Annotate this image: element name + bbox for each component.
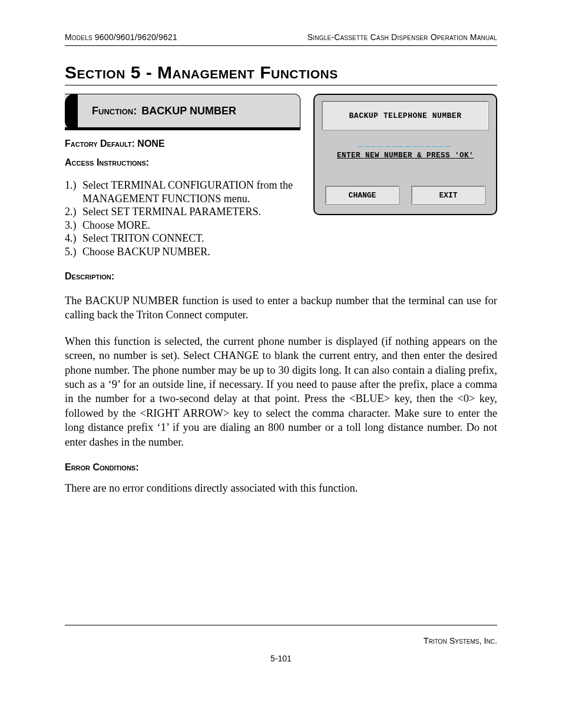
section-title: Section 5 - Management Functions xyxy=(65,62,497,85)
description-paragraph-1: The BACKUP NUMBER function is used to en… xyxy=(65,294,497,322)
factory-default-value: NONE xyxy=(137,139,164,149)
running-head: Models 9600/9601/9620/9621 Single-Casset… xyxy=(65,32,497,46)
description-paragraph-2: When this function is selected, the curr… xyxy=(65,334,497,449)
running-head-left: Models 9600/9601/9620/9621 xyxy=(65,32,177,42)
screen-input-line[interactable]: ______________ xyxy=(322,139,489,148)
function-prefix: Function: xyxy=(92,105,137,117)
access-steps: 1.)Select TERMINAL CONFIGURATION from th… xyxy=(65,179,300,258)
access-step: 5.)Choose BACKUP NUMBER. xyxy=(65,245,300,259)
factory-default-label: Factory Default: NONE xyxy=(65,139,300,149)
access-step: 4.)Select TRITON CONNECT. xyxy=(65,232,300,245)
access-step: 3.)Choose MORE. xyxy=(65,219,300,232)
footer-company: Triton Systems, Inc. xyxy=(424,636,497,645)
change-button[interactable]: CHANGE xyxy=(325,186,399,205)
function-tab: Function: BACKUP NUMBER xyxy=(65,94,300,130)
error-conditions-label: Error Conditions: xyxy=(65,462,497,473)
left-column: Function: BACKUP NUMBER Factory Default:… xyxy=(65,94,300,258)
access-instructions-label: Access Instructions: xyxy=(65,157,300,168)
access-step: 2.)Select SET TERMINAL PARAMETERS. xyxy=(65,205,300,219)
footer-rule xyxy=(65,625,497,625)
running-head-right: Single-Cassette Cash Dispenser Operation… xyxy=(308,32,497,42)
access-step: 1.)Select TERMINAL CONFIGURATION from th… xyxy=(65,179,300,205)
terminal-screen: BACKUP TELEPHONE NUMBER ______________ E… xyxy=(313,94,497,215)
page-number: 5-101 xyxy=(65,654,497,663)
error-conditions-text: There are no error conditions directly a… xyxy=(65,481,497,495)
exit-button[interactable]: EXIT xyxy=(411,186,485,205)
screen-title: BACKUP TELEPHONE NUMBER xyxy=(349,111,462,120)
factory-default-prefix: Factory Default: xyxy=(65,139,135,149)
function-name: BACKUP NUMBER xyxy=(141,105,236,117)
screen-hint: ENTER NEW NUMBER & PRESS 'OK' xyxy=(322,151,489,160)
screen-title-panel: BACKUP TELEPHONE NUMBER xyxy=(322,101,489,130)
description-label: Description: xyxy=(65,271,497,282)
page: Models 9600/9601/9620/9621 Single-Casset… xyxy=(0,0,562,728)
